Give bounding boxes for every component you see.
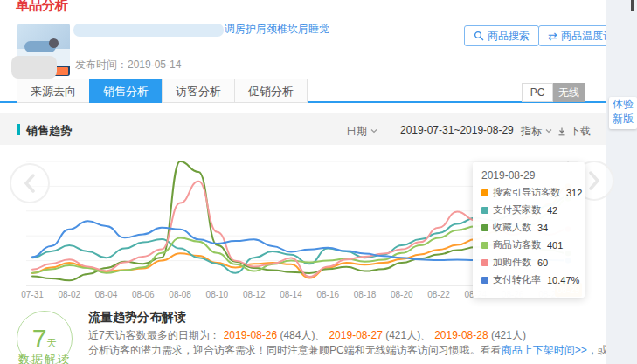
tooltip-row: 支付转化率10.47%: [481, 273, 576, 286]
tooltip-row: 搜索引导访客数312: [481, 186, 576, 199]
metrics-dropdown-label: 指标: [521, 124, 542, 139]
product-search-button[interactable]: 商品搜索: [464, 25, 539, 46]
carousel-prev-button[interactable]: [10, 163, 50, 203]
insight-line2-a: 分析访客的潜力需求，迎合访客需求！同时注意兼顾PC端和无线端访客访问习惯哦。看看: [88, 344, 502, 356]
badge-number: 7: [32, 326, 47, 352]
try-new-version-line1: 体验: [609, 97, 637, 112]
x-axis-label: 07-31: [21, 290, 44, 299]
page-title: 单品分析: [16, 0, 68, 14]
thumbnail-head-shape: [49, 38, 59, 48]
publish-time: 发布时间：2019-05-14: [75, 58, 181, 72]
chevron-down-icon: [545, 129, 552, 134]
x-axis-label: 08-04: [95, 290, 118, 299]
chart-tooltip: 2019-08-29 搜索引导访客数312支付买家数42收藏人数34商品访客数4…: [473, 162, 585, 298]
top-date: 2019-08-27: [329, 329, 382, 341]
x-axis-label: 08-08: [169, 290, 191, 299]
x-axis-label: 08-14: [280, 290, 302, 299]
x-axis-label: 08-10: [206, 290, 229, 299]
tooltip-row: 加购件数60: [481, 256, 576, 269]
chevron-left-icon: [23, 174, 37, 193]
device-toggle: PC 无线: [522, 83, 585, 102]
top-date: 2019-08-26: [224, 329, 277, 341]
sales-trend-title: 销售趋势: [26, 123, 72, 139]
date-range-value[interactable]: 2019-07-31~2019-08-29: [400, 124, 514, 136]
chevron-right-icon: [587, 171, 601, 190]
legend-square-icon: [481, 189, 488, 196]
tooltip-row: 商品访客数401: [481, 238, 576, 251]
redacted-title-blur: [73, 24, 224, 37]
insight-line1-prefix: 近7天访客数最多的日期为：: [88, 329, 220, 341]
legend-square-icon: [481, 242, 488, 249]
tooltip-date: 2019-08-29: [481, 169, 576, 182]
sales-trend-header-bar: [0, 113, 606, 145]
analysis-tabs: 来源去向销售分析访客分析促销分析: [17, 79, 308, 103]
scrollbar-thumb[interactable]: [631, 0, 634, 11]
shelf-time-link[interactable]: 商品上下架时间>>: [502, 344, 587, 356]
chevron-down-icon: [370, 129, 377, 134]
date-dropdown-label: 日期: [346, 124, 367, 139]
insight-title: 流量趋势分布解读: [88, 310, 186, 326]
badge-unit: 天: [46, 336, 57, 351]
insight-line1: 近7天访客数最多的日期为：2019-08-26 (484人)、2019-08-2…: [88, 328, 526, 343]
x-axis-label: 08-06: [132, 290, 155, 299]
search-icon: [474, 31, 484, 41]
download-icon: [557, 127, 566, 136]
download-button[interactable]: 下载: [557, 124, 591, 139]
legend-square-icon: [481, 259, 488, 266]
insight-top-dates: 2019-08-26 (484人)、2019-08-27 (421人)、2019…: [220, 329, 526, 341]
legend-square-icon: [481, 277, 488, 284]
tooltip-row: 支付买家数42: [481, 203, 576, 216]
legend-square-icon: [481, 207, 488, 214]
single-product-analysis-page: 单品分析 调房护肩颈椎坎肩睡觉 发布时间：2019-05-14 商品搜索 ⇄ 商…: [0, 0, 637, 364]
download-label: 下载: [570, 124, 591, 139]
redacted-shop-blur: [11, 56, 57, 79]
x-axis-label: 08-16: [316, 290, 339, 299]
metrics-dropdown[interactable]: 指标: [521, 124, 552, 139]
top-date: 2019-08-28: [434, 329, 488, 341]
try-new-version-button[interactable]: 体验 新版: [609, 97, 637, 129]
try-new-version-line2: 新版: [609, 112, 637, 127]
x-axis-label: 08-12: [243, 290, 266, 299]
product-search-label: 商品搜索: [488, 29, 530, 44]
badge-caption: 数据解读: [14, 352, 75, 364]
tab-2[interactable]: 销售分析: [89, 79, 163, 103]
toggle-wireless[interactable]: 无线: [553, 83, 585, 102]
insight-line2: 分析访客的潜力需求，迎合访客需求！同时注意兼顾PC端和无线端访客访问习惯哦。看看…: [88, 343, 637, 358]
tooltip-row: 收藏人数34: [481, 221, 576, 234]
x-axis-label: 08-20: [391, 290, 413, 299]
x-axis-label: 08-02: [58, 290, 80, 299]
product-title-link[interactable]: 调房护肩颈椎坎肩睡觉: [225, 22, 329, 37]
toggle-pc[interactable]: PC: [522, 83, 553, 102]
exchange-icon: ⇄: [548, 31, 557, 42]
x-axis-label: 08-22: [427, 290, 450, 299]
tooltip-rows: 搜索引导访客数312支付买家数42收藏人数34商品访客数401加购件数60支付转…: [481, 186, 576, 286]
legend-square-icon: [481, 224, 488, 231]
x-axis-label: 08-18: [354, 290, 377, 299]
tab-1[interactable]: 来源去向: [17, 79, 90, 103]
date-dropdown[interactable]: 日期: [346, 124, 377, 139]
tab-3[interactable]: 访客分析: [162, 79, 235, 103]
section-accent-marker: [17, 124, 20, 135]
tab-4[interactable]: 促销分析: [234, 79, 308, 103]
